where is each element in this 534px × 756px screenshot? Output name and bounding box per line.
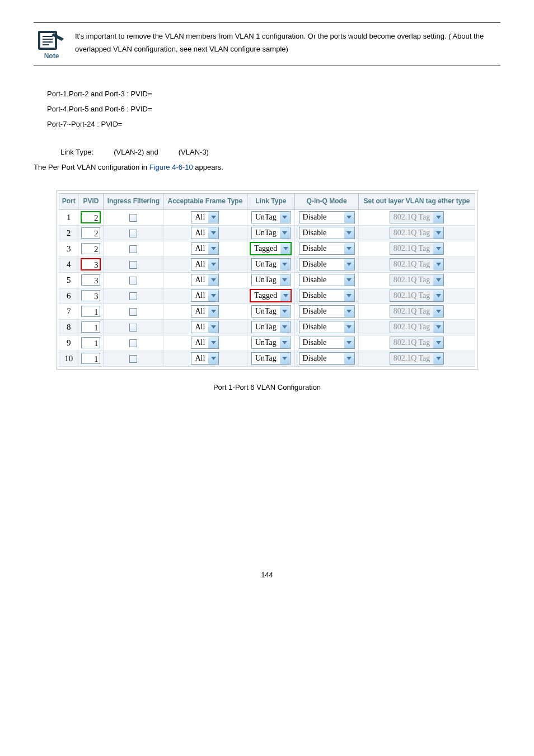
select-control[interactable]: All <box>191 321 219 333</box>
select-control[interactable]: Disable <box>299 258 355 270</box>
cell-pvid: 3 <box>78 272 104 288</box>
cell-frame: All <box>163 304 247 319</box>
ingress-checkbox[interactable] <box>129 261 137 269</box>
select-control[interactable]: UnTag <box>251 305 291 318</box>
select-control[interactable]: Disable <box>299 290 355 302</box>
select-control[interactable]: UnTag <box>251 352 291 365</box>
pvid-input[interactable]: 1 <box>81 337 100 348</box>
table-row: 53AllUnTagDisable802.1Q Tag <box>59 272 475 288</box>
select-control[interactable]: All <box>191 352 219 365</box>
cell-ether: 802.1Q Tag <box>359 225 475 241</box>
select-control[interactable]: Disable <box>299 352 355 365</box>
select-control[interactable]: 802.1Q Tag <box>390 211 444 223</box>
select-label: Disable <box>299 244 344 253</box>
chevron-down-icon <box>208 227 218 239</box>
select-label: All <box>191 228 208 237</box>
link-type-part2: (VLAN-3) <box>179 148 209 156</box>
ingress-checkbox[interactable] <box>129 308 137 316</box>
note-block: Note It's important to remove the VLAN m… <box>34 22 500 66</box>
select-control[interactable]: Disable <box>299 321 355 333</box>
select-control[interactable]: Disable <box>299 337 355 349</box>
select-label: All <box>191 307 208 316</box>
ingress-checkbox[interactable] <box>129 214 137 222</box>
select-label: Disable <box>299 260 344 269</box>
cell-port: 4 <box>59 256 78 272</box>
select-control[interactable]: UnTag <box>251 258 291 270</box>
cell-frame: All <box>163 225 247 241</box>
select-label: UnTag <box>252 213 280 222</box>
select-control[interactable]: All <box>191 258 219 270</box>
select-label: Disable <box>299 323 344 332</box>
pvid-input[interactable]: 3 <box>81 259 100 270</box>
cell-frame: All <box>163 272 247 288</box>
cell-port: 10 <box>59 351 78 366</box>
ingress-checkbox[interactable] <box>129 339 137 347</box>
select-control[interactable]: 802.1Q Tag <box>390 290 444 302</box>
select-control[interactable]: All <box>191 227 219 239</box>
select-control[interactable]: 802.1Q Tag <box>390 258 444 270</box>
select-control[interactable]: All <box>191 305 219 318</box>
select-control[interactable]: UnTag <box>251 274 291 286</box>
select-control[interactable]: Disable <box>299 242 355 255</box>
pvid-input[interactable]: 1 <box>81 321 100 333</box>
cell-port: 6 <box>59 288 78 304</box>
select-label: 802.1Q Tag <box>390 323 434 332</box>
select-control[interactable]: Disable <box>299 305 355 318</box>
pvid-input[interactable]: 2 <box>81 243 100 254</box>
select-label: Disable <box>299 354 344 363</box>
select-control[interactable]: 802.1Q Tag <box>390 227 444 239</box>
col-frame: Acceptable Frame Type <box>163 193 247 209</box>
select-control[interactable]: All <box>191 242 219 255</box>
cell-port: 5 <box>59 272 78 288</box>
cell-ether: 802.1Q Tag <box>359 288 475 304</box>
cell-port: 9 <box>59 335 78 351</box>
select-control[interactable]: 802.1Q Tag <box>390 242 444 255</box>
pvid-input[interactable]: 1 <box>81 306 100 317</box>
ingress-checkbox[interactable] <box>129 277 137 284</box>
cell-qinq: Disable <box>295 241 359 256</box>
select-control[interactable]: Disable <box>299 227 355 239</box>
select-label: 802.1Q Tag <box>390 291 434 300</box>
select-control[interactable]: Tagged <box>250 290 291 302</box>
select-control[interactable]: UnTag <box>251 227 291 239</box>
chevron-down-icon <box>208 274 218 286</box>
select-label: 802.1Q Tag <box>390 244 434 253</box>
link-type-section: Link Type: (VLAN-2) and (VLAN-3) The Per… <box>34 147 500 174</box>
chevron-down-icon <box>208 321 218 333</box>
select-control[interactable]: UnTag <box>251 211 291 223</box>
ingress-checkbox[interactable] <box>129 292 137 300</box>
select-control[interactable]: 802.1Q Tag <box>390 352 444 365</box>
select-control[interactable]: UnTag <box>251 337 291 349</box>
pvid-input[interactable]: 2 <box>81 227 100 239</box>
pvid-input[interactable]: 3 <box>81 290 100 301</box>
select-label: 802.1Q Tag <box>390 307 434 316</box>
select-control[interactable]: All <box>191 290 219 302</box>
cell-qinq: Disable <box>295 225 359 241</box>
select-control[interactable]: All <box>191 274 219 286</box>
cell-frame: All <box>163 256 247 272</box>
pvid-input[interactable]: 3 <box>81 274 100 286</box>
select-control[interactable]: All <box>191 337 219 349</box>
chevron-down-icon <box>433 212 443 223</box>
select-label: UnTag <box>252 228 280 237</box>
select-label: All <box>191 260 208 269</box>
pvid-input[interactable]: 1 <box>81 353 100 364</box>
select-control[interactable]: UnTag <box>251 321 291 333</box>
chevron-down-icon <box>280 212 290 223</box>
table-row: 81AllUnTagDisable802.1Q Tag <box>59 319 475 335</box>
ingress-checkbox[interactable] <box>129 355 137 363</box>
select-control[interactable]: Disable <box>299 274 355 286</box>
select-control[interactable]: All <box>191 211 219 223</box>
pvid-input[interactable]: 2 <box>81 212 100 223</box>
ingress-checkbox[interactable] <box>129 245 137 253</box>
select-control[interactable]: Tagged <box>250 242 291 255</box>
select-control[interactable]: 802.1Q Tag <box>390 305 444 318</box>
select-control[interactable]: 802.1Q Tag <box>390 337 444 349</box>
ingress-checkbox[interactable] <box>129 324 137 332</box>
select-control[interactable]: Disable <box>299 211 355 223</box>
cell-port: 1 <box>59 209 78 225</box>
ingress-checkbox[interactable] <box>129 230 137 237</box>
chevron-down-icon <box>433 243 443 254</box>
select-control[interactable]: 802.1Q Tag <box>390 274 444 286</box>
select-control[interactable]: 802.1Q Tag <box>390 321 444 333</box>
